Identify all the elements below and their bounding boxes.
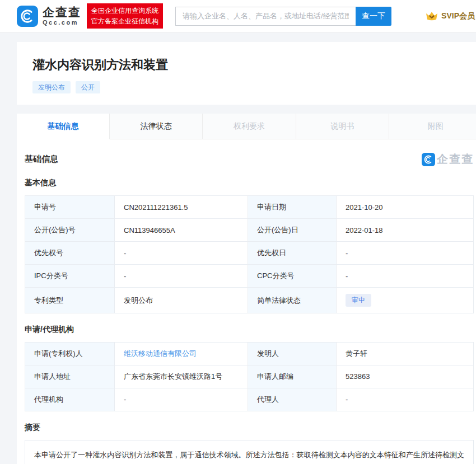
legal-status-badge: 审中 [346, 294, 371, 306]
table-row: IPC分类号 - CPC分类号 - [25, 265, 474, 288]
patent-type-tag: 发明公布 [32, 81, 71, 93]
svip-member-entry[interactable]: SVIP会员 [425, 11, 476, 22]
field-value: - [115, 265, 248, 288]
field-label: 申请人地址 [25, 365, 115, 388]
field-label: 简单法律状态 [248, 288, 337, 313]
field-label: 申请日期 [248, 196, 337, 219]
qcc-watermark-icon [422, 153, 435, 166]
field-value: 广东省东莞市长安镇维沃路1号 [115, 365, 248, 388]
table-row: 代理机构 - 代理人 - [25, 388, 474, 411]
field-label: 专利类型 [25, 288, 115, 313]
field-label: 优先权日 [248, 242, 337, 265]
tab-claims[interactable]: 权利要求 [203, 114, 296, 139]
field-value: 2021-10-20 [337, 196, 474, 219]
field-value: 维沃移动通信有限公司 [115, 342, 248, 365]
applicant-company-link[interactable]: 维沃移动通信有限公司 [124, 349, 197, 358]
table-row: 优先权号 - 优先权日 - [25, 242, 474, 265]
field-value: - [115, 388, 248, 411]
search-button[interactable]: 查一下 [356, 7, 391, 26]
section-title: 基础信息 [25, 154, 58, 165]
field-value: 发明公布 [115, 288, 248, 313]
table-row: 申请号 CN202111221361.5 申请日期 2021-10-20 [25, 196, 474, 219]
basic-info-table: 申请号 CN202111221361.5 申请日期 2021-10-20 公开(… [25, 195, 474, 313]
field-label: 代理人 [248, 388, 337, 411]
tab-basic-info[interactable]: 基础信息 [17, 114, 110, 139]
patent-title-card: 灌水内容识别方法和装置 发明公布 公开 [17, 42, 476, 105]
field-label: 申请人邮编 [248, 365, 337, 388]
field-value: - [337, 388, 474, 411]
page-title: 灌水内容识别方法和装置 [32, 57, 466, 73]
table-row: 公开(公告)号 CN113946655A 公开(公告)日 2022-01-18 [25, 219, 474, 242]
field-label: 公开(公告)日 [248, 219, 337, 242]
patent-detail-card: 基础信息 法律状态 权利要求 说明书 附图 基础信息 企查查 基本信息 申请号 … [17, 114, 476, 464]
publicity-tag: 公开 [76, 81, 100, 93]
patent-tags: 发明公布 公开 [32, 81, 466, 93]
field-label: 申请(专利权)人 [25, 342, 115, 365]
tab-figures[interactable]: 附图 [389, 114, 476, 139]
tab-description[interactable]: 说明书 [296, 114, 389, 139]
field-value: - [337, 265, 474, 288]
agency-table: 申请(专利权)人 维沃移动通信有限公司 发明人 黄子轩 申请人地址 广东省东莞市… [25, 342, 474, 411]
field-value: 审中 [337, 288, 474, 313]
field-value: - [337, 242, 474, 265]
agency-heading: 申请/代理机构 [25, 325, 474, 335]
field-label: 公开(公告)号 [25, 219, 115, 242]
official-badge: 全国企业信用查询系统 官方备案企业征信机构 [87, 3, 163, 29]
basic-info-heading: 基本信息 [25, 178, 474, 188]
brand-name: 企查查 [43, 6, 81, 18]
field-value: CN113946655A [115, 219, 248, 242]
field-label: 发明人 [248, 342, 337, 365]
abstract-heading: 摘要 [25, 423, 474, 433]
top-header: 企查查 Qcc.com 全国企业信用查询系统 官方备案企业征信机构 查一下 SV… [0, 0, 476, 32]
field-label: IPC分类号 [25, 265, 115, 288]
tab-legal-status[interactable]: 法律状态 [110, 114, 203, 139]
search-box: 查一下 [175, 7, 391, 26]
field-value: 黄子轩 [337, 342, 474, 365]
qcc-watermark-text: 企查查 [437, 152, 474, 167]
brand-domain: Qcc.com [43, 20, 81, 26]
field-label: 代理机构 [25, 388, 115, 411]
qcc-watermark: 企查查 [422, 152, 474, 167]
qcc-logo-icon [17, 6, 38, 27]
field-label: 申请号 [25, 196, 115, 219]
official-badge-line1: 全国企业信用查询系统 [91, 6, 158, 16]
crown-icon [425, 11, 438, 22]
field-value: 523863 [337, 365, 474, 388]
table-row: 申请人地址 广东省东莞市长安镇维沃路1号 申请人邮编 523863 [25, 365, 474, 388]
basic-info-panel: 基础信息 企查查 基本信息 申请号 CN202111221361.5 申请日期 … [17, 152, 476, 464]
official-badge-line2: 官方备案企业征信机构 [91, 16, 158, 27]
field-value: - [115, 242, 248, 265]
table-row: 专利类型 发明公布 简单法律状态 审中 [25, 288, 474, 313]
field-value: 2022-01-18 [337, 219, 474, 242]
field-value: CN202111221361.5 [115, 196, 248, 219]
field-label: 优先权号 [25, 242, 115, 265]
tab-bar: 基础信息 法律状态 权利要求 说明书 附图 [17, 114, 476, 139]
search-input[interactable] [175, 7, 356, 26]
svip-label: SVIP会员 [441, 11, 475, 21]
abstract-text: 本申请公开了一种灌水内容识别方法和装置，属于通信技术领域。所述方法包括：获取待检… [25, 440, 474, 464]
qcc-logo[interactable]: 企查查 Qcc.com [17, 6, 81, 27]
table-row: 申请(专利权)人 维沃移动通信有限公司 发明人 黄子轩 [25, 342, 474, 365]
field-label: CPC分类号 [248, 265, 337, 288]
